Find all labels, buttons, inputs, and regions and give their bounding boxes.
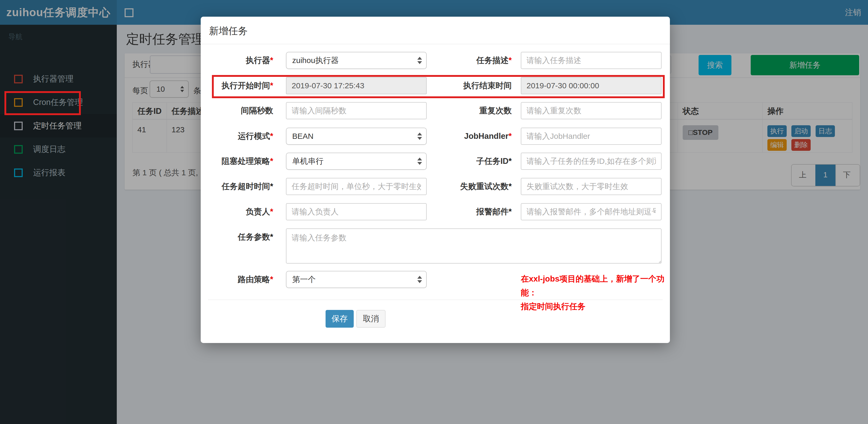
fail-retry-input[interactable]: [521, 178, 661, 195]
glue-type-select[interactable]: BEAN: [286, 128, 427, 145]
required-star: *: [270, 182, 273, 191]
fail-retry-label: 失败重试次数*: [422, 178, 512, 195]
alarm-email-label: 报警邮件*: [422, 203, 512, 220]
required-star: *: [508, 56, 512, 65]
select-caret-icon: [417, 133, 422, 140]
child-job-id-label: 子任务ID*: [422, 153, 512, 170]
required-star: *: [270, 232, 273, 241]
interval-input[interactable]: [286, 102, 427, 119]
job-param-label: 任务参数*: [208, 225, 273, 242]
modal-title: 新增任务: [209, 25, 248, 37]
timeout-label: 任务超时时间*: [208, 178, 273, 195]
required-star: *: [508, 157, 512, 166]
required-star: *: [270, 157, 273, 166]
start-time-input[interactable]: [286, 77, 427, 94]
required-star: *: [508, 182, 512, 191]
end-time-input[interactable]: [521, 77, 661, 94]
job-desc-input[interactable]: [521, 52, 661, 69]
job-handler-input[interactable]: [521, 128, 661, 145]
job-param-textarea[interactable]: [286, 228, 661, 264]
divider: [201, 44, 670, 44]
add-job-modal: 新增任务 执行器* zuihou执行器 任务描述* 执行开始时间* 执行结束时间…: [201, 17, 670, 343]
required-star: *: [508, 132, 512, 141]
interval-label: 间隔秒数: [208, 102, 273, 119]
route-strategy-label: 路由策略*: [208, 271, 273, 288]
select-caret-icon: [417, 276, 422, 283]
block-strategy-label: 阻塞处理策略*: [208, 153, 273, 170]
divider: [208, 299, 662, 300]
timeout-input[interactable]: [286, 178, 427, 195]
end-time-label: 执行结束时间: [422, 77, 512, 94]
feature-note: 在xxl-jobs项目的基础上，新增了一个功能： 指定时间执行任务: [521, 272, 668, 313]
child-job-id-input[interactable]: [521, 153, 661, 170]
executor-select[interactable]: zuihou执行器: [286, 52, 427, 69]
start-time-label: 执行开始时间*: [208, 77, 273, 94]
select-caret-icon: [417, 158, 422, 165]
feature-note-line2: 指定时间执行任务: [521, 299, 668, 313]
cancel-button[interactable]: 取消: [356, 310, 385, 328]
save-button[interactable]: 保存: [326, 310, 354, 328]
glue-type-label: 运行模式*: [208, 128, 273, 145]
block-strategy-select[interactable]: 单机串行: [286, 153, 427, 170]
required-star: *: [270, 275, 273, 284]
feature-note-line1: 在xxl-jobs项目的基础上，新增了一个功能：: [521, 272, 668, 299]
required-star: *: [508, 207, 512, 216]
author-label: 负责人*: [208, 203, 273, 220]
executor-label: 执行器*: [208, 52, 273, 69]
job-handler-label: JobHandler*: [422, 128, 512, 145]
required-star: *: [270, 207, 273, 216]
repeat-count-input[interactable]: [521, 102, 661, 119]
alarm-email-input[interactable]: [521, 203, 661, 220]
job-desc-label: 任务描述*: [422, 52, 512, 69]
select-caret-icon: [417, 57, 422, 64]
required-star: *: [270, 81, 273, 90]
author-input[interactable]: [286, 203, 427, 220]
repeat-count-label: 重复次数: [422, 102, 512, 119]
required-star: *: [270, 56, 273, 65]
route-strategy-select[interactable]: 第一个: [286, 271, 427, 288]
required-star: *: [270, 132, 273, 141]
